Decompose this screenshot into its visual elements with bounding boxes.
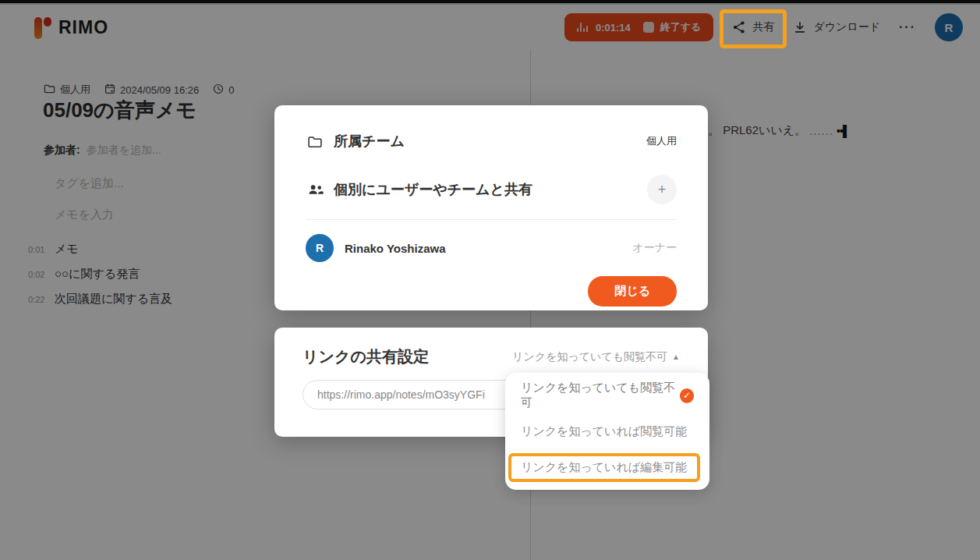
individual-share-title: 個別にユーザーやチームと共有 xyxy=(334,180,532,199)
link-permission-menu: リンクを知っていても閲覧不可 ✓ リンクを知っていれば閲覧可能 リンクを知ってい… xyxy=(505,373,709,490)
team-section-row: 所属チーム 個人用 xyxy=(306,126,677,157)
link-permission-dropdown[interactable]: リンクを知っていても閲覧不可 ▲ xyxy=(512,350,680,364)
member-avatar: R xyxy=(306,234,334,262)
individual-share-row: 個別にユーザーやチームと共有 + xyxy=(306,172,677,207)
menu-option-no-access[interactable]: リンクを知っていても閲覧不可 ✓ xyxy=(505,377,709,413)
member-name: Rinako Yoshizawa xyxy=(345,242,446,255)
check-icon: ✓ xyxy=(680,388,694,403)
team-share-modal: 所属チーム 個人用 個別にユーザーやチームと共有 + R Rinako Yosh… xyxy=(274,105,708,310)
menu-option-view[interactable]: リンクを知っていれば閲覧可能 xyxy=(505,413,709,449)
chevron-up-icon: ▲ xyxy=(672,353,680,361)
team-section-title: 所属チーム xyxy=(334,132,405,151)
link-settings-row: リンクの共有設定 リンクを知っていても閲覧不可 ▲ xyxy=(302,346,680,367)
link-settings-title: リンクの共有設定 xyxy=(302,346,429,367)
member-row: R Rinako Yoshizawa オーナー xyxy=(306,231,677,265)
member-divider xyxy=(306,219,677,220)
dropdown-value: リンクを知っていても閲覧不可 xyxy=(512,350,667,364)
people-icon xyxy=(306,183,324,196)
member-role: オーナー xyxy=(632,241,677,255)
team-value[interactable]: 個人用 xyxy=(646,134,677,148)
menu-option-edit[interactable]: リンクを知っていれば編集可能 xyxy=(505,449,709,485)
close-button[interactable]: 閉じる xyxy=(588,276,677,307)
close-row: 閉じる xyxy=(306,276,677,307)
add-member-button[interactable]: + xyxy=(647,175,677,204)
folder-icon xyxy=(306,135,324,148)
